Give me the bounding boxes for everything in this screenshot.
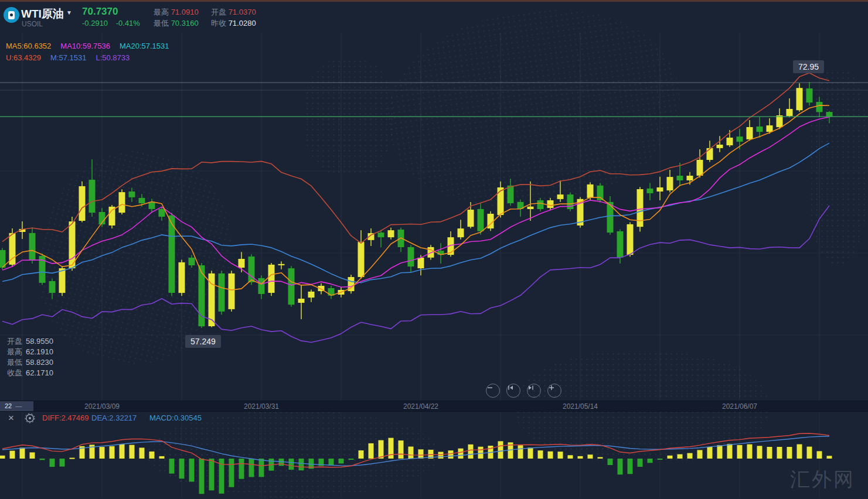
macd-value-label: MACD:0.30545	[149, 413, 202, 422]
ma-indicator-labels: MA5:60.6352MA10:59.7536MA20:57.1531	[6, 42, 179, 50]
stat-昨收: 昨收 71.0280	[211, 18, 256, 29]
symbol-code: USOIL	[22, 20, 43, 28]
visible-high-marker: 72.95	[793, 60, 824, 73]
boll-label: M:57.1531	[50, 53, 86, 62]
price-change: -0.2910 -0.41%	[82, 19, 146, 28]
boll-label: U:63.4329	[6, 53, 41, 62]
go-to-end-button[interactable]	[527, 384, 541, 398]
visible-low-marker: 57.249	[185, 335, 221, 348]
macd-value-label: DEA:2.32217	[91, 413, 137, 422]
time-axis-scroll-handle[interactable]: 22—	[0, 401, 33, 411]
zoom-in-button[interactable]	[547, 384, 561, 398]
clipped-date-label: 22	[5, 402, 12, 409]
boll-indicator-labels: U:63.4329M:57.1531L:50.8733	[6, 53, 139, 62]
handle-dash: —	[15, 402, 22, 409]
time-axis-label: 2021/06/07	[722, 402, 757, 411]
time-axis-label: 2021/03/31	[244, 402, 279, 411]
instrument-header: WTI原油 ▼ USOIL 70.7370 -0.2910 -0.41% 最高 …	[0, 2, 868, 33]
change-value: -0.2910	[82, 19, 108, 28]
time-axis-label: 2021/05/14	[563, 402, 598, 411]
boll-label: L:50.8733	[96, 53, 130, 62]
instrument-logo-icon	[4, 7, 19, 23]
tooltip-row-最高: 最高62.1910	[7, 347, 53, 357]
stat-最低: 最低 70.3160	[154, 18, 199, 29]
macd-value-label: DIFF:2.47469	[42, 413, 89, 422]
go-to-start-button[interactable]	[506, 384, 520, 398]
symbol-dropdown-caret-icon[interactable]: ▼	[66, 9, 72, 16]
macd-close-icon[interactable]: ×	[8, 412, 14, 424]
stat-开盘: 开盘 71.0370	[211, 7, 256, 18]
stat-最高: 最高 71.0910	[154, 7, 199, 18]
tooltip-row-开盘: 开盘58.9550	[7, 336, 53, 347]
change-percent: -0.41%	[116, 19, 140, 28]
time-axis-label: 2021/03/09	[84, 402, 120, 411]
macd-panel-header: × DIFF:2.47469DEA:2.32217MACD:0.30545	[0, 412, 469, 425]
time-axis-label: 2021/04/22	[403, 402, 438, 411]
tooltip-row-最低: 最低58.8230	[7, 357, 53, 368]
ma-label: MA10:59.7536	[60, 42, 110, 50]
site-watermark: 汇外网	[790, 466, 855, 493]
ma-label: MA5:60.6352	[6, 42, 51, 50]
crosshair-ohlc-tooltip: 开盘58.9550最高62.1910最低58.8230收盘62.1710	[7, 336, 53, 378]
zoom-out-button[interactable]	[486, 384, 500, 398]
tooltip-row-收盘: 收盘62.1710	[7, 368, 53, 378]
ma-label: MA20:57.1531	[120, 42, 169, 50]
last-price: 70.7370	[82, 6, 118, 18]
time-axis[interactable]: 22— 2021/03/092021/03/312021/04/222021/0…	[0, 401, 868, 412]
